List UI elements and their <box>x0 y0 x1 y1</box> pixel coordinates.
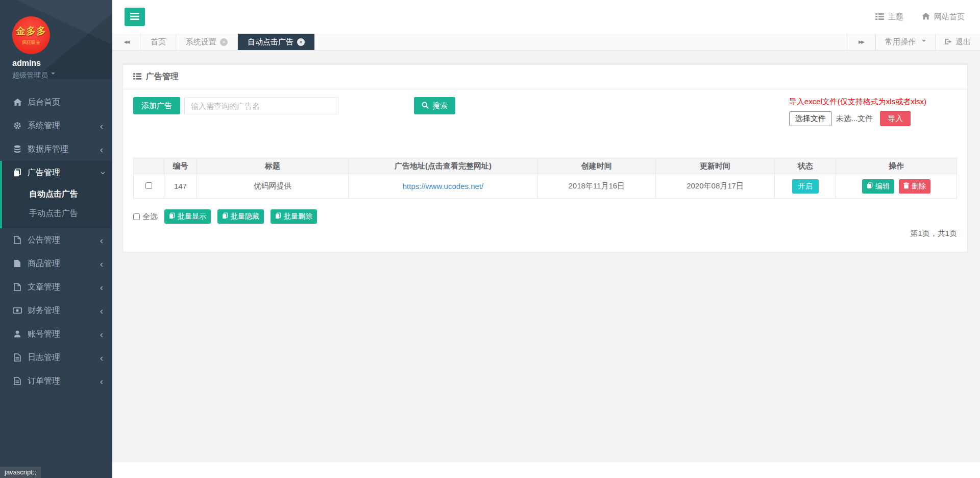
sidebar-item-database[interactable]: 数据库管理 ‹ <box>0 137 112 161</box>
sidebar-subitem-manual-click-ads[interactable]: 手动点击广告 <box>2 204 112 223</box>
sidebar-toggle-button[interactable] <box>125 8 145 26</box>
col-url: 广告地址(点击查看完整网址) <box>348 158 537 174</box>
list-icon <box>133 73 141 82</box>
brand-logo: 金多多 疯狂吸金 <box>12 16 50 54</box>
sidebar-item-ads[interactable]: 广告管理 ‹ <box>2 161 112 184</box>
file-solid-icon <box>13 259 22 268</box>
search-button-label: 搜索 <box>432 101 448 111</box>
file-icon <box>13 283 22 291</box>
logo-tagline: 疯狂吸金 <box>22 39 40 46</box>
copy-icon <box>222 212 228 221</box>
sidebar-item-label: 系统管理 <box>28 121 60 131</box>
table-header-row: 编号 标题 广告地址(点击查看完整网址) 创建时间 更新时间 状态 操作 <box>134 158 957 174</box>
bulk-delete-label: 批量删除 <box>284 212 312 221</box>
file-status-text: 未选...文件 <box>836 114 873 124</box>
cell-updated: 2020年08月17日 <box>655 174 775 199</box>
logo-text: 金多多 <box>16 25 46 38</box>
col-actions: 操作 <box>836 158 957 174</box>
search-button[interactable]: 搜索 <box>414 97 455 114</box>
copy-icon <box>13 169 22 177</box>
select-all-control[interactable]: 全选 <box>133 212 158 222</box>
col-title: 标题 <box>197 158 349 174</box>
sidebar-item-label: 文章管理 <box>28 282 60 293</box>
tabbar: ◀◀ 首页 系统设置 × 自动点击广告 × ▶▶ 常用操作 退出 <box>112 34 980 51</box>
cell-created: 2018年11月16日 <box>537 174 655 199</box>
common-actions-dropdown[interactable]: 常用操作 <box>875 34 935 50</box>
edit-button-label: 编辑 <box>875 182 890 191</box>
delete-button[interactable]: 删除 <box>899 179 930 194</box>
bulk-delete-button[interactable]: 批量删除 <box>271 209 317 224</box>
import-notice: 导入excel文件(仅支持格式为xls或者xlsx) <box>789 97 926 107</box>
site-home-link[interactable]: 网站首页 <box>922 12 965 22</box>
ad-url-link[interactable]: https://www.ucodes.net/ <box>403 182 483 190</box>
gear-icon <box>13 122 22 130</box>
pagination-info: 第1页，共1页 <box>133 229 957 238</box>
sidebar: 金多多 疯狂吸金 admins 超级管理员 后台首页 系统管理 ‹ 数据库管理 … <box>0 0 112 478</box>
import-button[interactable]: 导入 <box>880 111 911 126</box>
status-badge[interactable]: 开启 <box>792 179 819 194</box>
close-icon[interactable]: × <box>220 38 228 46</box>
bulk-hide-button[interactable]: 批量隐藏 <box>217 209 264 224</box>
file-icon <box>13 236 22 244</box>
sidebar-item-label: 商品管理 <box>28 258 60 269</box>
sidebar-item-announcements[interactable]: 公告管理 ‹ <box>0 228 112 252</box>
sidebar-item-label: 公告管理 <box>28 235 60 246</box>
tab-auto-click-ads[interactable]: 自动点击广告 × <box>238 34 315 50</box>
add-ad-button[interactable]: 添加广告 <box>133 97 180 114</box>
tabs-scroll-left-button[interactable]: ◀◀ <box>112 34 141 50</box>
edit-button[interactable]: 编辑 <box>862 179 894 194</box>
chevron-left-icon: ‹ <box>100 282 103 292</box>
caret-down-icon <box>51 73 55 77</box>
bulk-hide-label: 批量隐藏 <box>231 212 259 221</box>
chevron-left-icon: ‹ <box>100 306 103 316</box>
chevron-left-icon: ‹ <box>100 145 103 154</box>
sidebar-item-orders[interactable]: 订单管理 ‹ <box>0 369 112 393</box>
trash-icon <box>903 182 909 190</box>
logout-button[interactable]: 退出 <box>935 34 980 50</box>
ads-table: 编号 标题 广告地址(点击查看完整网址) 创建时间 更新时间 状态 操作 <box>133 158 957 199</box>
sidebar-item-accounts[interactable]: 账号管理 ‹ <box>0 322 112 346</box>
sidebar-subitem-auto-click-ads[interactable]: 自动点击广告 <box>2 184 112 204</box>
close-icon[interactable]: × <box>297 38 305 46</box>
chevron-left-icon: ‹ <box>100 121 103 131</box>
select-all-checkbox[interactable] <box>133 213 140 220</box>
sidebar-item-logs[interactable]: 日志管理 ‹ <box>0 346 112 369</box>
chevron-left-icon: ‹ <box>100 259 103 269</box>
tabs-scroll-right-button[interactable]: ▶▶ <box>847 34 875 50</box>
sidebar-group-ads: 广告管理 ‹ 自动点击广告 手动点击广告 <box>0 161 112 228</box>
row-checkbox[interactable] <box>145 182 152 189</box>
sidebar-item-label: 后台首页 <box>28 97 60 108</box>
toolbar-row: 添加广告 搜索 导入excel文件(仅支持格式为xls或者xlsx) 选择文件 … <box>133 97 957 126</box>
bulk-show-button[interactable]: 批量显示 <box>164 209 211 224</box>
sidebar-item-finance[interactable]: 财务管理 ‹ <box>0 299 112 322</box>
theme-link[interactable]: 主题 <box>875 12 903 22</box>
sidebar-item-label: 数据库管理 <box>28 144 68 155</box>
site-home-label: 网站首页 <box>934 12 965 22</box>
theme-list-icon <box>875 13 884 21</box>
sidebar-item-system[interactable]: 系统管理 ‹ <box>0 114 112 137</box>
chevron-left-icon: ‹ <box>100 329 103 339</box>
home-icon <box>922 13 930 21</box>
row-actions: 编辑 删除 <box>836 179 957 194</box>
username: admins <box>12 59 112 68</box>
choose-file-button[interactable]: 选择文件 <box>789 111 832 126</box>
tab-home[interactable]: 首页 <box>141 34 176 50</box>
panel-title: 广告管理 <box>123 65 967 89</box>
panel-body: 添加广告 搜索 导入excel文件(仅支持格式为xls或者xlsx) 选择文件 … <box>123 89 967 252</box>
search-input[interactable] <box>184 97 338 114</box>
sidebar-item-dashboard[interactable]: 后台首页 <box>0 90 112 114</box>
tab-system-settings[interactable]: 系统设置 × <box>176 34 238 50</box>
logout-label: 退出 <box>955 37 971 47</box>
sidebar-item-label: 财务管理 <box>28 305 60 316</box>
tabbar-spacer <box>315 34 847 50</box>
browser-status-tooltip: javascript:; <box>0 467 41 478</box>
file-row: 选择文件 未选...文件 导入 <box>789 111 926 126</box>
main-area: 主题 网站首页 ◀◀ 首页 系统设置 × 自动点击广告 × ▶▶ <box>112 0 980 462</box>
sidebar-item-products[interactable]: 商品管理 ‹ <box>0 252 112 275</box>
content-wrapper: 广告管理 添加广告 搜索 导入excel文件(仅支持格式为xls或者xlsx) <box>112 51 980 462</box>
file-text-icon <box>13 353 22 362</box>
sidebar-item-articles[interactable]: 文章管理 ‹ <box>0 275 112 299</box>
caret-down-icon <box>922 40 926 44</box>
role-dropdown[interactable]: 超级管理员 <box>12 71 112 80</box>
theme-label: 主题 <box>888 12 903 22</box>
